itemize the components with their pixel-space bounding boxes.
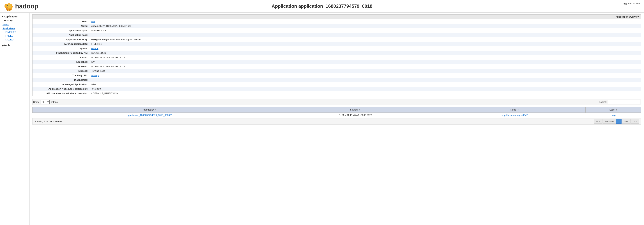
table-header-row: Attempt ID ⇕ Started ⇕ Node ⇕ Logs ⇕ bbox=[32, 107, 641, 113]
table-row: Queue:default bbox=[32, 46, 641, 51]
sidebar: ▾ Application History About Applications… bbox=[0, 12, 30, 225]
overview-label: YarnApplicationState: bbox=[32, 42, 90, 46]
overview-value: SUCCEEDED bbox=[90, 51, 641, 55]
hadoop-elephant-icon bbox=[4, 1, 14, 11]
overview-table: Application Overview User:rootName:strea… bbox=[32, 14, 641, 96]
table-row: Application Priority:0 (Higher Integer v… bbox=[32, 37, 641, 42]
overview-section-title: Application Overview bbox=[32, 14, 641, 19]
overview-value: Fri Mar 31 09:48:42 +0000 2023 bbox=[90, 55, 641, 60]
started-cell: Fri Mar 31 11:48:43 +0200 2023 bbox=[267, 113, 444, 118]
sidebar-tools-arrow-icon: ▶ bbox=[2, 44, 4, 47]
overview-label: Application Priority: bbox=[32, 37, 90, 42]
previous-button[interactable]: Previous bbox=[603, 119, 616, 124]
pagination-row: Showing 1 to 1 of 1 entries First Previo… bbox=[32, 118, 641, 124]
sidebar-arrow-icon: ▾ bbox=[2, 15, 3, 18]
table-row: Tracking URL:History bbox=[32, 73, 641, 78]
overview-value[interactable]: default bbox=[90, 46, 641, 51]
search-box: Search: bbox=[599, 100, 640, 104]
sort-icon-logs: ⇕ bbox=[616, 109, 618, 111]
overview-label: User: bbox=[32, 19, 90, 24]
table-row: Application Tags: bbox=[32, 33, 641, 37]
overview-value: streamjob14131395790473065091.jar bbox=[90, 24, 641, 28]
overview-value bbox=[90, 33, 641, 37]
data-tbody: appattempt_1680237794579_0018_000001Fri … bbox=[32, 113, 641, 118]
col-attempt-id[interactable]: Attempt ID ⇕ bbox=[32, 107, 267, 113]
overview-label: Started: bbox=[32, 55, 90, 60]
overview-label: AM container Node Label expression: bbox=[32, 91, 90, 96]
sort-icon-attempt-id: ⇕ bbox=[155, 109, 156, 111]
overview-value[interactable]: root bbox=[90, 19, 641, 24]
col-attempt-id-label: Attempt ID bbox=[143, 108, 154, 111]
overview-label: Diagnostics: bbox=[32, 78, 90, 82]
col-started-label: Started bbox=[350, 108, 358, 111]
overview-label: Finished: bbox=[32, 64, 90, 69]
overview-value: 0 (Higher Integer value indicates higher… bbox=[90, 37, 641, 42]
first-button[interactable]: First bbox=[594, 119, 602, 124]
overview-label: Application Tags: bbox=[32, 33, 90, 37]
sidebar-failed-link[interactable]: FAILED bbox=[0, 34, 30, 38]
entries-controls: Show 20 10 50 100 entries Search: bbox=[32, 99, 641, 105]
svg-point-3 bbox=[5, 5, 7, 8]
table-row: YarnApplicationState:FINISHED bbox=[32, 42, 641, 46]
sidebar-finished-link[interactable]: FINISHED bbox=[0, 30, 30, 34]
search-input[interactable] bbox=[608, 100, 640, 104]
layout: ▾ Application History About Applications… bbox=[0, 12, 644, 225]
svg-rect-8 bbox=[8, 9, 10, 11]
overview-label: Queue: bbox=[32, 46, 90, 51]
node-cell[interactable]: http://nodemanager:8042 bbox=[444, 113, 586, 118]
overview-value[interactable]: History bbox=[90, 73, 641, 78]
overview-value: N/A bbox=[90, 60, 641, 64]
sidebar-history-label: History bbox=[0, 19, 30, 23]
col-started[interactable]: Started ⇕ bbox=[267, 107, 444, 113]
attempt-id-cell[interactable]: appattempt_1680237794579_0018_000001 bbox=[32, 113, 267, 118]
overview-value: Fri Mar 31 10:36:43 +0000 2023 bbox=[90, 64, 641, 69]
overview-value: false bbox=[90, 82, 641, 86]
col-node[interactable]: Node ⇕ bbox=[444, 107, 586, 113]
overview-value: MAPREDUCE bbox=[90, 28, 641, 33]
table-row: Application Type:MAPREDUCE bbox=[32, 28, 641, 33]
pagination-buttons: First Previous 1 Next Last bbox=[594, 119, 641, 124]
overview-label: Application Type: bbox=[32, 28, 90, 33]
overview-label: FinalStatus Reported by AM: bbox=[32, 51, 90, 55]
overview-label: Launched: bbox=[32, 60, 90, 64]
table-row: Application Node Label expression:<Not s… bbox=[32, 86, 641, 91]
data-table: Attempt ID ⇕ Started ⇕ Node ⇕ Logs ⇕ bbox=[32, 107, 641, 118]
table-row: Finished:Fri Mar 31 10:36:43 +0000 2023 bbox=[32, 64, 641, 69]
main-content: Application Overview User:rootName:strea… bbox=[30, 12, 644, 225]
overview-label: Name: bbox=[32, 24, 90, 28]
table-row: FinalStatus Reported by AM:SUCCEEDED bbox=[32, 51, 641, 55]
sort-icon-started: ⇕ bbox=[359, 109, 360, 111]
overview-label: Unmanaged Application: bbox=[32, 82, 90, 86]
next-button[interactable]: Next bbox=[622, 119, 631, 124]
sidebar-about-link[interactable]: About bbox=[0, 23, 30, 26]
overview-value bbox=[90, 78, 641, 82]
overview-label: Tracking URL: bbox=[32, 73, 90, 78]
sidebar-tools[interactable]: ▶ Tools bbox=[0, 43, 30, 48]
sidebar-application-label: Application bbox=[4, 15, 18, 18]
table-row: AM container Node Label expression:<DEFA… bbox=[32, 91, 641, 96]
sidebar-application-history[interactable]: ▾ Application bbox=[0, 14, 30, 19]
showing-text: Showing 1 to 1 of 1 entries bbox=[33, 120, 62, 123]
page-1-button[interactable]: 1 bbox=[616, 119, 621, 124]
sidebar-killed-link[interactable]: KILLED bbox=[0, 38, 30, 42]
entries-label: entries bbox=[51, 101, 58, 103]
overview-value: 48mins, 1sec bbox=[90, 69, 641, 73]
show-entries-control: Show 20 10 50 100 entries bbox=[33, 100, 58, 104]
overview-value: <DEFAULT_PARTITION> bbox=[90, 91, 641, 96]
last-button[interactable]: Last bbox=[631, 119, 639, 124]
show-label: Show bbox=[33, 101, 39, 103]
svg-rect-7 bbox=[7, 9, 8, 11]
table-row: Unmanaged Application:false bbox=[32, 82, 641, 86]
sidebar-applications-link[interactable]: Applications bbox=[0, 26, 30, 30]
table-row: appattempt_1680237794579_0018_000001Fri … bbox=[32, 113, 641, 118]
logo-text: hadoop bbox=[15, 2, 38, 10]
overview-label: Elapsed: bbox=[32, 69, 90, 73]
table-row: Name:streamjob14131395790473065091.jar bbox=[32, 24, 641, 28]
show-entries-select[interactable]: 20 10 50 100 bbox=[40, 100, 50, 104]
table-row: Launched:N/A bbox=[32, 60, 641, 64]
svg-point-4 bbox=[7, 5, 8, 6]
col-logs[interactable]: Logs ⇕ bbox=[586, 107, 641, 113]
logs-cell[interactable]: Logs bbox=[586, 113, 641, 118]
overview-value: FINISHED bbox=[90, 42, 641, 46]
overview-tbody: User:rootName:streamjob14131395790473065… bbox=[32, 19, 641, 96]
